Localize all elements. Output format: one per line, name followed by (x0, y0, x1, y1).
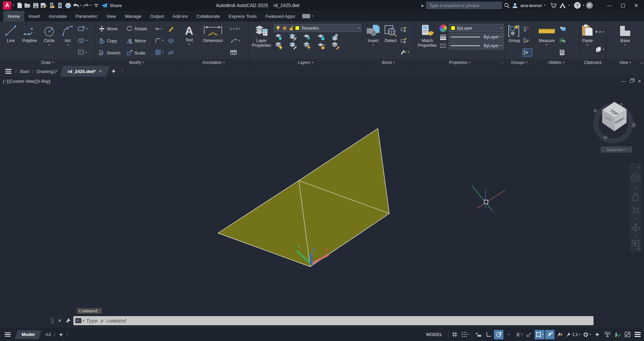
autodesk-menu-arrow[interactable]: ▾ (568, 4, 570, 7)
recent-commands-arrow[interactable]: ▾ (83, 319, 84, 323)
new-file-button[interactable] (15, 1, 24, 10)
command-bar[interactable]: >_ ▾ (73, 316, 594, 325)
layer-isolate-tool-icon[interactable] (289, 33, 297, 41)
undo-button[interactable]: ▾ (72, 1, 82, 10)
close-tab-icon[interactable]: ✕ (99, 69, 102, 74)
hatch-flyout-arrow[interactable]: ▾ (85, 51, 87, 54)
new-tab-button[interactable]: + (112, 67, 116, 75)
object-color-combo[interactable]: ByLayer ▾ (449, 24, 504, 32)
workspace-menu-arrow[interactable]: ▾ (589, 333, 591, 336)
edit-attributes-tool[interactable]: ▾ (400, 48, 413, 56)
line-tool[interactable]: Line (3, 23, 19, 59)
offset-tool[interactable] (167, 48, 177, 56)
iso-menu-arrow[interactable]: ▾ (522, 333, 523, 336)
annotation-autoscale-toggle[interactable] (555, 330, 565, 339)
customization-button[interactable] (633, 330, 642, 339)
quick-calculator-tool[interactable] (559, 48, 570, 56)
insert-flyout-arrow[interactable]: ▾ (372, 44, 374, 46)
explode-tool[interactable] (167, 37, 177, 45)
object-snap-toggle[interactable]: ▾ (535, 330, 544, 339)
insert-block-tool[interactable]: Insert ▾ (365, 23, 382, 59)
layer-lock-tool-icon[interactable] (317, 33, 326, 41)
graphics-performance-button[interactable] (613, 330, 622, 339)
polar-menu-arrow-button[interactable]: ▾ (504, 330, 513, 339)
layer-match-tool-icon[interactable] (289, 42, 297, 49)
pan-hand-icon[interactable] (633, 195, 638, 201)
attributes-flyout-arrow[interactable]: ▾ (408, 51, 409, 54)
maximize-button[interactable] (617, 0, 629, 11)
isolate-objects-button[interactable] (603, 330, 612, 339)
copy-clip-tool[interactable]: ▾ (595, 45, 605, 53)
search-input[interactable] (426, 2, 502, 9)
arc-tool[interactable]: Arc ▾ (60, 23, 76, 59)
command-input[interactable] (85, 318, 591, 324)
tab-output[interactable]: Output (146, 11, 168, 22)
leader-flyout-arrow[interactable]: ▾ (239, 39, 240, 42)
fillet-flyout-arrow[interactable]: ▾ (162, 39, 164, 42)
osnap-menu-arrow[interactable]: ▾ (542, 333, 543, 336)
tab-view[interactable]: View (102, 11, 120, 22)
layer-freeze-tool-icon[interactable] (303, 33, 312, 41)
linetype-combo-arrow[interactable]: ▾ (501, 44, 502, 47)
viewport-close-icon[interactable]: ✕ (638, 79, 641, 84)
clean-screen-button[interactable] (623, 330, 632, 339)
paste-flyout-arrow[interactable]: ▾ (587, 44, 588, 46)
viewport-restore-icon[interactable] (630, 80, 633, 83)
select-area-tool[interactable] (559, 37, 570, 45)
view-dialog-launcher[interactable]: ◿ (640, 61, 643, 64)
viewport-view-control[interactable]: [Custom View] (8, 79, 35, 84)
ribbon-display-button[interactable]: ▾ (302, 11, 313, 22)
layout-menu-icon[interactable] (3, 331, 12, 338)
viewport-minimize-control[interactable]: [−] (3, 79, 8, 84)
new-layout-button[interactable]: + (59, 331, 63, 338)
dimension-tool[interactable]: Dimension (199, 23, 227, 59)
panel-label-annotation[interactable]: Annotation▾ (178, 59, 249, 66)
scale-tool[interactable]: Scale (125, 48, 154, 58)
copy-clip-flyout-arrow[interactable]: ▾ (603, 48, 604, 51)
file-tab-start[interactable]: Start (19, 69, 30, 74)
save-as-button[interactable] (40, 1, 48, 10)
tab-featured-apps[interactable]: Featured Apps (261, 11, 299, 22)
panel-label-draw[interactable]: Draw▾ (0, 59, 95, 66)
qat-customize-button[interactable] (92, 1, 100, 10)
array-flyout-arrow[interactable]: ▾ (162, 51, 164, 54)
layer-make-current-tool-icon[interactable] (331, 33, 340, 41)
tab-manage[interactable]: Manage (120, 11, 146, 22)
model-scene[interactable]: Y Z X (0, 77, 644, 328)
user-menu-arrow[interactable]: ▾ (544, 4, 545, 7)
command-prompt-icon[interactable]: >_ (75, 318, 81, 323)
base-tool[interactable]: Base ▾ (616, 23, 634, 59)
grid-display-toggle[interactable] (450, 330, 460, 339)
save-button[interactable] (32, 1, 40, 10)
navbar-orbit-arrow[interactable] (635, 236, 637, 237)
quick-select-tool[interactable] (559, 25, 570, 33)
snap-menu-arrow[interactable]: ▾ (468, 333, 469, 336)
navbar-wheel-arrow[interactable] (635, 188, 637, 189)
erase-tool[interactable] (167, 25, 177, 33)
table-tool[interactable] (229, 48, 245, 56)
panel-label-modify[interactable]: Modify▾ (95, 59, 178, 66)
cart-icon[interactable] (550, 3, 557, 8)
help-menu-arrow[interactable]: ▾ (583, 4, 584, 7)
zoom-extents-icon[interactable] (635, 208, 639, 212)
rotate-tool[interactable]: Rotate (125, 24, 154, 34)
measure-flyout-arrow[interactable]: ▾ (546, 44, 547, 46)
tetrahedron-solid[interactable] (218, 128, 389, 267)
layer-unlock-tool-icon[interactable] (317, 42, 326, 49)
circle-tool[interactable]: Circle ▾ (40, 23, 59, 59)
file-tab-drawing1[interactable]: Drawing1* (36, 69, 58, 74)
open-file-button[interactable] (24, 1, 32, 10)
file-tabs-menu-icon[interactable] (4, 68, 13, 75)
tab-parametric[interactable]: Parametric (71, 11, 102, 22)
layer-on-off-tool-icon[interactable] (275, 42, 283, 49)
layer-off-tool-icon[interactable] (275, 33, 283, 41)
rectangle-tool[interactable]: ▾ (77, 25, 94, 33)
dim-linear-tool[interactable]: ▾ (229, 25, 245, 33)
panel-label-utilities[interactable]: Utilities▾ (534, 59, 579, 66)
autocad-app-logo[interactable]: A (3, 1, 11, 10)
help-icon[interactable]: ? (574, 2, 581, 9)
panel-label-view[interactable]: View▾◿ (606, 59, 644, 66)
tab-insert[interactable]: Insert (24, 11, 44, 22)
layer-selector-combo[interactable]: Tetraedro ▾ (274, 24, 361, 32)
search-icon[interactable] (504, 3, 510, 8)
